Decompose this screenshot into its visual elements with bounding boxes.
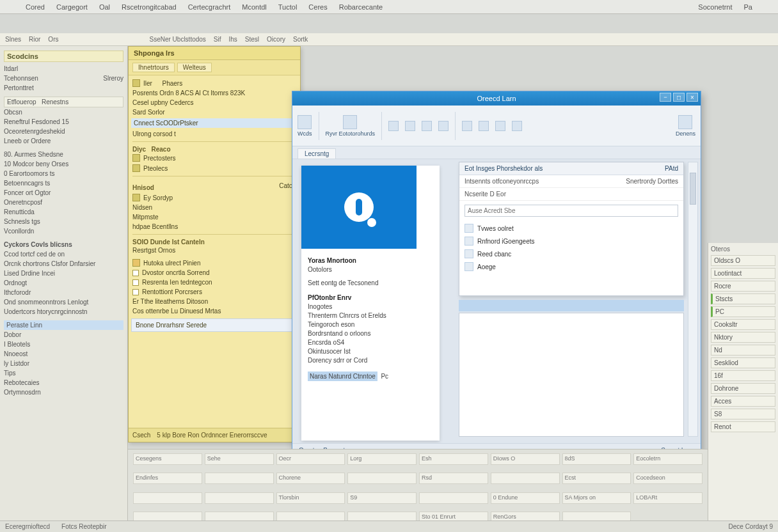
vertical-scrollbar[interactable] — [688, 162, 698, 437]
notes-item[interactable]: Nidsen — [132, 204, 152, 211]
notes-foot-item[interactable]: Csech — [132, 432, 150, 439]
chip[interactable]: Rocre — [711, 281, 775, 292]
doc-tab[interactable]: Lecrsntg — [298, 148, 336, 159]
chip[interactable]: S8 — [711, 409, 775, 419]
window-titlebar[interactable]: Oreecd Larn － □ × — [292, 91, 701, 106]
left-row-selected[interactable]: Peraste Linn — [4, 320, 123, 330]
pane-item[interactable]: Rnfnord iGoengeets — [462, 235, 681, 247]
left-row[interactable]: Nnoeost — [4, 349, 123, 359]
notes-check[interactable]: Rentottiont Porcrsers — [142, 288, 202, 295]
left-row[interactable]: Orcnk chortrons Clsfor Dnfarsier — [4, 259, 123, 269]
notes-tool[interactable]: Phaers — [162, 80, 182, 87]
notes-tool[interactable]: Iler — [143, 80, 152, 87]
grid-cell[interactable]: DIows O — [491, 453, 560, 465]
notes-item[interactable]: Mitpmste — [132, 214, 159, 221]
grid-cell[interactable]: Rsd — [419, 473, 488, 484]
grid-cell[interactable]: Oecr — [276, 453, 345, 465]
left-row[interactable]: 80. Aurmes Shedsne — [4, 150, 123, 159]
left-row[interactable]: Reneftrul Fesdoned 15 — [4, 117, 123, 127]
left-row[interactable]: Rebotecaies — [4, 378, 123, 387]
grid-cell[interactable]: Cocedseon — [633, 473, 703, 484]
sub-item[interactable]: Sif — [214, 36, 221, 43]
menu-item[interactable]: Certecgrachrt — [188, 3, 231, 11]
left-row[interactable]: Ccod tortcf ced de on — [4, 249, 123, 259]
left-row[interactable]: Itdarl — [4, 64, 123, 74]
menu-item[interactable]: Rscetrongitcabad — [122, 3, 177, 11]
grid-cell[interactable] — [205, 473, 274, 484]
chip[interactable]: Lootintact — [711, 268, 775, 279]
left-row[interactable]: Renutticda — [4, 207, 123, 217]
sub-item[interactable]: Rior — [29, 36, 40, 43]
ribbon-small[interactable] — [388, 121, 399, 131]
pane-item[interactable]: Reed cbanc — [462, 247, 681, 260]
sub-item[interactable]: Oicory — [267, 36, 285, 43]
left-row[interactable]: 0 Earortoomors ts — [4, 169, 123, 178]
menu-item[interactable]: Ceres — [308, 3, 327, 11]
menu-item[interactable]: Mcontdl — [242, 3, 267, 11]
left-row[interactable]: Ortymnosdrn — [4, 387, 123, 397]
left-row[interactable]: Lneeb or Ordere — [4, 136, 123, 146]
secondary-page[interactable] — [459, 313, 684, 437]
grid-cell[interactable]: Cesegens — [133, 453, 202, 465]
left-row[interactable]: Dobor — [4, 330, 123, 340]
chip[interactable]: Nd — [711, 345, 775, 356]
close-button[interactable]: × — [687, 93, 698, 102]
grid-cell[interactable]: Esh — [419, 453, 488, 465]
notes-item[interactable]: hdpae Bcentllns — [132, 223, 178, 230]
ribbon-button-right[interactable]: Denens — [676, 115, 695, 137]
left-row[interactable]: ly Listdor — [4, 359, 123, 368]
page-selection[interactable]: Naras Natunrd Ctnntoe — [308, 372, 377, 381]
notes-tab[interactable]: Ihnetrtours — [132, 63, 175, 72]
pane-sub-right[interactable]: Snertrordy Dorttes — [626, 178, 678, 185]
ribbon-small[interactable] — [438, 121, 449, 131]
pane-search-input[interactable] — [464, 205, 678, 217]
notes-check[interactable]: Cos ottenrbe Lu Dinuesd Mrtas — [132, 308, 221, 315]
menu-right[interactable]: Pa — [744, 3, 752, 11]
notes-item[interactable]: Prectosters — [143, 155, 176, 162]
notes-check[interactable]: Resrenta Ien tedntegcon — [142, 279, 212, 286]
grid-cell[interactable] — [133, 492, 202, 504]
notes-pale[interactable]: Bnone Dnrarhsnr Serede — [131, 318, 298, 332]
menu-item[interactable]: Robarcecante — [339, 3, 383, 11]
notes-tab[interactable]: Welteus — [177, 63, 212, 72]
sub-item[interactable]: Stesl — [245, 36, 259, 43]
grid-cell[interactable]: 8dS — [562, 453, 631, 465]
grid-cell[interactable]: Ecst — [562, 473, 631, 484]
pane-title-right[interactable]: PAtd — [665, 165, 678, 172]
grid-cell[interactable] — [205, 492, 274, 504]
chip[interactable]: Acces — [711, 396, 775, 407]
chip[interactable]: Cooksltr — [711, 319, 775, 330]
left-row[interactable]: Schnesls tgs — [4, 217, 123, 226]
notes-item[interactable]: Ey Sordyp — [143, 194, 173, 201]
chip[interactable]: Seskliod — [711, 357, 775, 368]
notes-item[interactable]: Pteolecs — [143, 165, 168, 172]
left-row[interactable]: Lised Drdine Incei — [4, 269, 123, 278]
left-row[interactable]: Tips — [4, 368, 123, 378]
ribbon-small[interactable] — [462, 121, 472, 131]
grid-cell[interactable] — [419, 492, 488, 504]
grid-cell[interactable] — [347, 473, 417, 484]
chip[interactable]: Dohrone — [711, 383, 775, 394]
left-row[interactable]: Ond snommeonntrors Lenlogt — [4, 297, 123, 307]
grid-cell[interactable]: Tlorsbin — [276, 492, 345, 504]
grid-cell[interactable]: LOBARt — [633, 492, 703, 504]
sub-item[interactable]: Ihs — [229, 36, 237, 43]
left-row[interactable]: Uodertcors htorycnrgcinnostn — [4, 307, 123, 317]
ribbon-small[interactable] — [479, 121, 489, 131]
ribbon-small[interactable] — [405, 121, 415, 131]
sub-item[interactable]: SseNer Ubclsttodos — [149, 36, 205, 43]
sub-item[interactable]: Sortk — [293, 36, 308, 43]
ribbon-button[interactable]: Wcds — [298, 115, 312, 137]
grid-cell[interactable]: S9 — [347, 492, 417, 504]
checkbox[interactable] — [132, 289, 139, 295]
checkbox[interactable] — [132, 279, 139, 286]
left-row[interactable]: Etflouerop — [7, 98, 36, 106]
left-row[interactable]: Pertonttret — [4, 83, 123, 93]
ribbon-button[interactable]: Ryvr Eototorohurds — [326, 115, 376, 137]
menu-item[interactable]: Cored — [26, 3, 45, 11]
ribbon-small[interactable] — [512, 121, 522, 131]
notes-check[interactable]: Dvostor oncrtla Sorrend — [142, 269, 210, 276]
grid-cell[interactable]: Chorene — [276, 473, 345, 484]
sub-item[interactable]: Ors — [48, 36, 58, 43]
left-row[interactable]: Ordnogt — [4, 278, 123, 288]
